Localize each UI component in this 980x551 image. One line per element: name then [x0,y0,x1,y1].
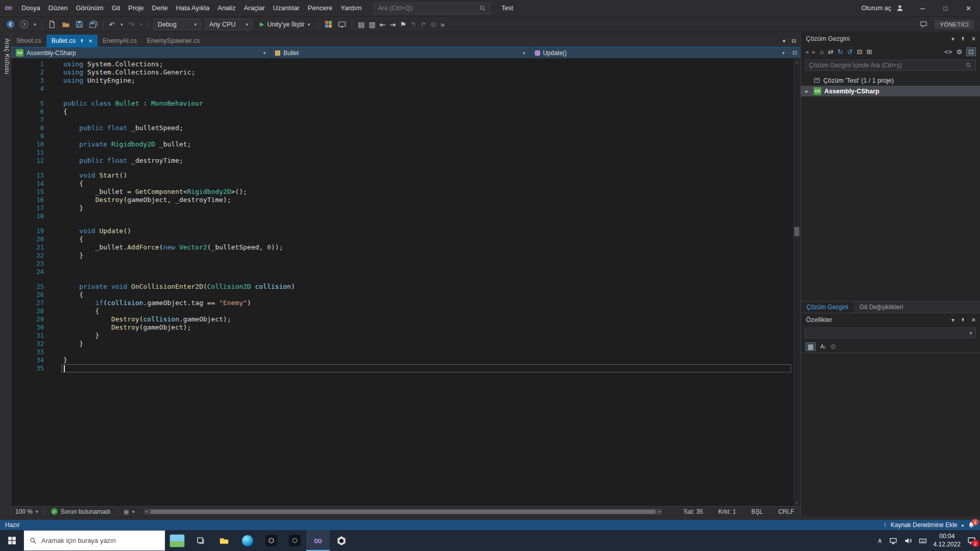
unity-hub-icon[interactable] [259,530,283,551]
save-icon[interactable] [74,18,86,31]
code-text[interactable] [61,212,800,220]
view-code-icon[interactable]: <> [944,48,952,55]
project-node[interactable]: ▸ C# Assembly-CSharp [801,86,980,96]
zoom-level[interactable]: 100 % [15,508,33,515]
tab-bullet.cs[interactable]: Bullet.cs✕ [46,35,98,47]
code-text[interactable]: Destroy(collision.gameObject); [61,315,800,323]
solution-configuration-select[interactable]: Debug ▾ [154,19,201,30]
volume-icon[interactable] [904,537,912,545]
code-text[interactable]: Destroy(gameObject, _destroyTime); [61,196,800,204]
scroll-down-icon[interactable]: ▾ [796,500,798,505]
notifications-button[interactable]: 1 [968,521,975,529]
undo-dropdown-icon[interactable]: ▾ [118,18,125,31]
preview-selected-items-icon[interactable]: ⊡ [966,47,976,56]
code-text[interactable] [61,364,791,372]
undo-icon[interactable]: ↶ [107,18,117,31]
properties-header[interactable]: Özellikler ▾ ✕ [801,313,980,327]
task-view-icon[interactable] [189,530,212,551]
code-text[interactable]: { [61,108,800,116]
code-text[interactable]: void Start() [61,171,800,180]
close-icon[interactable]: ✕ [971,36,976,42]
vertical-scrollbar[interactable]: ▴ ▾ [793,59,800,506]
minimize-button[interactable]: ─ [911,0,934,17]
menu-analiz[interactable]: Analiz [213,0,239,16]
code-text[interactable]: } [61,356,800,364]
code-text[interactable]: using UnityEngine; [61,77,800,85]
code-text[interactable]: } [61,252,800,260]
toolbar-overflow-icon[interactable]: » [438,18,447,31]
type-dropdown[interactable]: Bullet ▾ [271,47,530,58]
solution-explorer-search[interactable]: Çözüm Gezgini İçinde Ara (Ctrl+ş) [805,60,976,71]
solution-node[interactable]: Çözüm 'Test' (1 / 1 proje) [801,75,980,86]
bookmark-icon[interactable]: ⚑ [398,18,408,31]
navigation-dropdown-icon[interactable]: ▾ [32,18,38,31]
code-text[interactable]: private void OnCollisionEnter2D(Collisio… [61,283,800,291]
open-file-icon[interactable] [60,18,72,31]
nest-files-icon[interactable]: ⊟ [857,48,863,55]
menu-hata-ayıkla[interactable]: Hata Ayıkla [172,0,214,16]
member-dropdown[interactable]: Update() ▾ [530,47,789,58]
code-text[interactable] [61,132,800,140]
scrollbar-thumb[interactable] [794,227,799,236]
back-icon[interactable]: ◂ [805,48,808,55]
show-all-files-icon[interactable]: ⊞ [867,48,872,55]
code-text[interactable] [61,148,800,157]
close-icon[interactable]: ✕ [88,38,92,44]
show-threads-icon[interactable]: ▥ [367,18,378,31]
solution-explorer-header[interactable]: Çözüm Gezgini ▾ ✕ [801,32,980,45]
indent-icon[interactable]: ⇥ [388,18,398,31]
code-text[interactable]: { [61,180,800,188]
widgets-weather-icon[interactable] [165,530,189,551]
property-pages-icon[interactable]: ⚙ [830,343,837,350]
quick-search-box[interactable]: Ara (Ctrl+Q) [374,3,490,14]
split-window-icon[interactable]: ⊟ [792,38,796,44]
toolbox-side-tab[interactable]: Araç Kutusu [0,32,11,516]
taskbar-clock[interactable]: 00:04 4.12.2022 [934,533,961,548]
menu-derle[interactable]: Derle [148,0,172,16]
menu-araçlar[interactable]: Araçlar [240,0,269,16]
sign-in-button[interactable]: Oturum aç [862,5,891,12]
tab-shoot.cs[interactable]: Shoot.cs [11,35,46,47]
code-text[interactable]: if(collision.gameObject.tag == "Enemy") [61,299,800,307]
code-text[interactable] [61,268,800,276]
code-text[interactable]: public float _bulletSpeed; [61,124,800,132]
code-text[interactable] [61,348,800,356]
navigate-back-icon[interactable] [4,18,16,31]
tab-enemyspawner.cs[interactable]: EnemySpawner.cs [142,35,205,47]
horizontal-scrollbar[interactable]: ◂ ▸ [144,509,663,515]
search-icon[interactable] [479,5,486,12]
scroll-right-icon[interactable]: ▸ [658,509,660,514]
code-text[interactable]: { [61,307,800,315]
panel-tab-çözüm-gezgini[interactable]: Çözüm Gezgini [801,302,854,313]
zoom-dropdown-icon[interactable]: ▾ [36,509,38,514]
code-text[interactable]: using System.Collections.Generic; [61,68,800,77]
redo-dropdown-icon[interactable]: ▾ [138,18,145,31]
edge-browser-icon[interactable] [236,530,259,551]
code-text[interactable]: Destroy(gameObject); [61,323,800,332]
code-text[interactable]: public float _destroyTime; [61,157,800,165]
panel-tab-git-değişiklikleri[interactable]: Git Değişiklikleri [854,302,909,313]
code-text[interactable]: } [61,340,800,348]
health-dropdown-icon[interactable]: ▾ [132,509,135,514]
code-text[interactable]: using System.Collections; [61,60,800,68]
window-position-icon[interactable]: ▾ [951,36,954,42]
scroll-left-icon[interactable]: ◂ [145,509,148,514]
action-center-icon[interactable]: 2 [967,536,976,545]
document-health-icon[interactable]: ▣ [124,508,129,515]
send-feedback-icon[interactable] [920,20,927,28]
start-button[interactable] [0,530,23,551]
code-text[interactable] [61,260,800,268]
menu-yardım[interactable]: Yardım [336,0,365,16]
maximize-button[interactable]: □ [934,0,957,17]
categorized-icon[interactable]: ▦ [805,342,816,351]
scrollbar-thumb[interactable] [151,510,656,514]
four-color-grid-icon[interactable] [322,18,334,31]
menu-proje[interactable]: Proje [124,0,148,16]
save-all-icon[interactable] [87,18,100,31]
expand-arrow-icon[interactable]: ▸ [805,88,811,94]
user-icon[interactable] [896,4,904,12]
taskbar-search-box[interactable]: Aramak için buraya yazın [23,530,165,551]
active-files-dropdown-icon[interactable]: ▾ [782,38,786,44]
sync-with-active-document-icon[interactable]: ↻ [838,48,843,55]
attach-to-unity-button[interactable]: ▶ Unity'ye İliştir ▾ [255,18,314,31]
